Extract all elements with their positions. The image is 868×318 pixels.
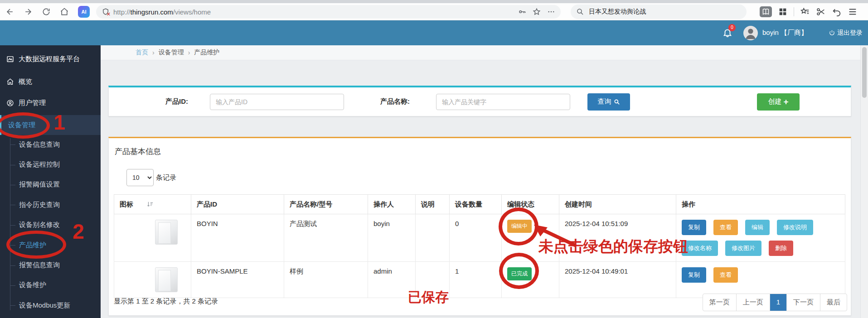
insecure-shield-icon[interactable]: ✕ xyxy=(102,8,110,16)
th-edit-status[interactable]: 编辑状态 xyxy=(502,195,559,214)
th-operator[interactable]: 操作人 xyxy=(368,195,416,214)
sidebar-item-overview[interactable]: 概览 xyxy=(0,72,101,92)
sidebar-subitem-device-modbus-update[interactable]: 设备Modbus更新 xyxy=(0,295,101,315)
key-icon[interactable] xyxy=(518,8,526,16)
cell-product-id: BOYIN xyxy=(191,214,284,262)
apps-grid-icon[interactable] xyxy=(778,7,788,17)
url-text[interactable]: http://thingsrun.com/views/home xyxy=(113,8,512,16)
page-current[interactable]: 1 xyxy=(770,294,786,311)
cell-edit-status: 编辑中 xyxy=(502,214,559,262)
back-icon[interactable] xyxy=(5,7,15,16)
logout-button[interactable]: 退出登录 xyxy=(829,29,863,37)
sidebar-subitem-device-alias[interactable]: 设备别名修改 xyxy=(0,215,101,235)
edit-button[interactable]: 编辑 xyxy=(745,220,770,235)
status-badge-done: 已完成 xyxy=(507,267,532,280)
th-created-time[interactable]: 创建时间 xyxy=(559,195,676,214)
th-label: 说明 xyxy=(421,200,435,208)
address-bar[interactable]: ✕ http://thingsrun.com/views/home xyxy=(96,5,561,19)
page-size-select[interactable]: 10 xyxy=(126,169,154,186)
app-header-right: 0 boyin 【厂商】 退出登录 xyxy=(723,20,863,45)
bookmark-star-icon[interactable] xyxy=(533,8,541,16)
cell-actions: 复制 查看 xyxy=(676,262,845,298)
cell-product-name: 样例 xyxy=(284,262,368,298)
view-button[interactable]: 查看 xyxy=(713,267,738,283)
subitem-label: 设备Modbus更新 xyxy=(19,301,70,310)
query-button[interactable]: 查询 xyxy=(587,93,630,111)
scrollbar-thumb[interactable] xyxy=(862,47,867,98)
delete-button[interactable]: 删除 xyxy=(769,241,793,256)
toolbar-search-box[interactable]: 日本又想发动舆论战 xyxy=(571,5,747,19)
forward-icon[interactable] xyxy=(24,7,33,16)
reload-icon[interactable] xyxy=(42,7,51,16)
cell-note xyxy=(416,262,450,298)
sidebar-submenu: 设备信息查询 设备远程控制 报警阈值设置 指令历史查询 设备别名修改 产品维护 … xyxy=(0,135,101,316)
copy-button[interactable]: 复制 xyxy=(682,220,706,235)
cell-actions: 复制 查看 编辑 修改说明 修改名称 修改图片 删除 xyxy=(676,214,845,262)
ai-assistant-icon[interactable]: AI xyxy=(78,6,90,18)
breadcrumb: 首页 › 设备管理 › 产品维护 xyxy=(101,45,860,60)
user-icon xyxy=(6,99,14,107)
subitem-label: 设备远程控制 xyxy=(19,160,60,169)
product-name-input[interactable] xyxy=(436,94,570,110)
toolbar-search-query: 日本又想发动舆论战 xyxy=(589,8,646,16)
sort-icon[interactable] xyxy=(147,201,153,209)
cell-operator: admin xyxy=(368,262,416,298)
sidebar-subitem-device-maintenance[interactable]: 设备维护 xyxy=(0,275,101,295)
sidebar-subitem-product-maintenance[interactable]: 产品维护 xyxy=(0,235,101,255)
th-icon[interactable]: 图标 xyxy=(114,195,191,214)
breadcrumb-home[interactable]: 首页 xyxy=(136,48,148,57)
edit-note-button[interactable]: 修改说明 xyxy=(777,220,813,235)
browser-tab-strip xyxy=(0,0,868,3)
home-icon[interactable] xyxy=(60,7,69,16)
status-badge-editing: 编辑中 xyxy=(507,220,532,233)
table-row: BOYIN-SAMPLE 样例 admin 1 已完成 2025-12-04 1… xyxy=(114,262,845,298)
action-buttons: 复制 查看 xyxy=(682,267,839,283)
subitem-label: 产品维护 xyxy=(19,241,46,250)
th-label: 创建时间 xyxy=(565,200,592,208)
edit-image-button[interactable]: 修改图片 xyxy=(725,241,761,256)
toolbar-divider xyxy=(794,7,794,16)
page-prev[interactable]: 上一页 xyxy=(736,294,770,311)
page-last[interactable]: 最后 xyxy=(820,294,847,311)
sidebar-item-label: 用户管理 xyxy=(19,99,46,107)
notification-count-badge: 0 xyxy=(728,24,736,31)
sidebar-subitem-alarm-threshold[interactable]: 报警阈值设置 xyxy=(0,175,101,195)
th-note[interactable]: 说明 xyxy=(416,195,450,214)
product-id-input[interactable] xyxy=(210,94,344,110)
subitem-label: 设备维护 xyxy=(19,281,46,289)
notifications-bell-icon[interactable]: 0 xyxy=(723,28,733,39)
sidebar-subitem-command-history[interactable]: 指令历史查询 xyxy=(0,195,101,215)
th-product-id[interactable]: 产品ID xyxy=(191,195,284,214)
page-first[interactable]: 第一页 xyxy=(703,294,736,311)
more-options-icon[interactable] xyxy=(547,8,555,16)
sidebar-item-user-management[interactable]: 用户管理 xyxy=(0,93,101,113)
sidebar-subitem-device-remote-control[interactable]: 设备远程控制 xyxy=(0,154,101,174)
platform-logo-icon xyxy=(6,55,14,63)
view-button[interactable]: 查看 xyxy=(713,220,738,235)
subitem-label: 设备别名修改 xyxy=(19,221,60,229)
copy-button[interactable]: 复制 xyxy=(682,267,706,283)
user-avatar[interactable] xyxy=(743,26,758,40)
th-actions[interactable]: 操作 xyxy=(676,195,845,214)
username-label[interactable]: boyin 【厂商】 xyxy=(762,29,808,37)
sidebar-subitem-alarm-info-query[interactable]: 报警信息查询 xyxy=(0,255,101,275)
sidebar-item-device-management[interactable]: 设备管理 xyxy=(0,115,101,135)
sidebar-subitem-device-info-query[interactable]: 设备信息查询 xyxy=(0,135,101,154)
reading-list-icon[interactable] xyxy=(760,6,772,17)
screenshot-scissors-icon[interactable] xyxy=(816,7,826,17)
plus-icon: + xyxy=(783,97,788,106)
page-scrollbar[interactable] xyxy=(860,45,868,318)
th-product-name[interactable]: 产品名称/型号 xyxy=(284,195,368,214)
product-image xyxy=(155,220,178,245)
th-label: 图标 xyxy=(120,200,133,208)
create-button[interactable]: 创建 + xyxy=(757,93,800,111)
edit-name-button[interactable]: 修改名称 xyxy=(682,241,718,256)
browser-extension-icons xyxy=(754,6,858,17)
th-device-count[interactable]: 设备数量 xyxy=(450,195,502,214)
action-buttons: 复制 查看 编辑 修改说明 修改名称 修改图片 删除 xyxy=(682,220,839,256)
favorites-list-icon[interactable] xyxy=(800,7,810,17)
page-next[interactable]: 下一页 xyxy=(786,294,820,311)
undo-icon[interactable] xyxy=(832,7,842,17)
th-label: 操作 xyxy=(682,200,695,208)
menu-hamburger-icon[interactable] xyxy=(848,7,858,17)
